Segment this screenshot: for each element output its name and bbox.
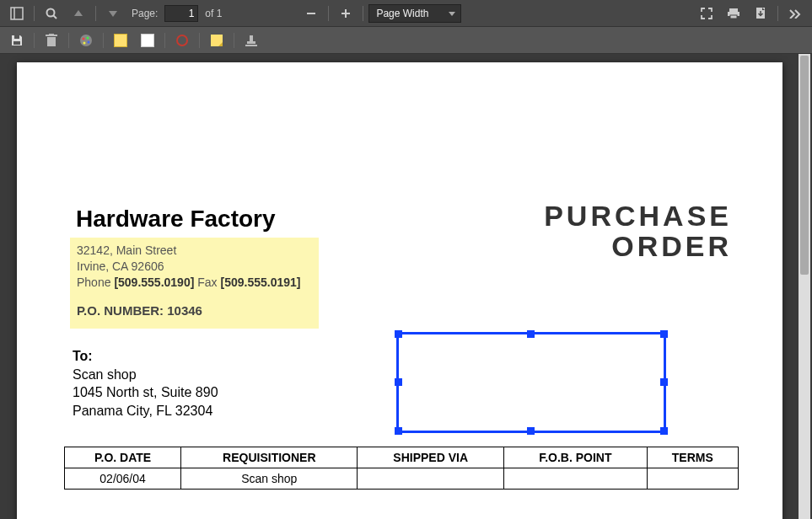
separator (34, 6, 35, 21)
svg-rect-16 (49, 34, 54, 35)
svg-point-17 (80, 35, 92, 46)
th-fob-point: F.O.B. POINT (503, 447, 647, 468)
zoom-select[interactable]: Page Width (368, 4, 461, 23)
zoom-in-icon[interactable] (334, 3, 358, 24)
resize-handle-middle-right[interactable] (660, 378, 668, 386)
svg-rect-4 (307, 13, 315, 14)
separator (103, 33, 104, 48)
svg-point-20 (88, 40, 90, 43)
separator (777, 6, 778, 21)
svg-rect-13 (14, 35, 19, 39)
highlight-white-swatch[interactable] (136, 29, 159, 51)
to-street: 1045 North st, Suite 890 (73, 383, 218, 402)
page-total-label: of 1 (205, 8, 222, 19)
resize-handle-middle-left[interactable] (395, 378, 402, 386)
separator (363, 6, 363, 21)
company-name: Hardware Factory (76, 206, 276, 233)
td-terms (647, 468, 738, 490)
to-label: To: (73, 347, 218, 366)
to-city: Panama City, FL 32304 (73, 402, 218, 420)
table-row: 02/06/04 Scan shop (65, 468, 739, 490)
svg-rect-12 (13, 41, 20, 45)
zoom-select-value: Page Width (376, 8, 428, 19)
document-viewer: Hardware Factory PURCHASE ORDER 32142, M… (0, 54, 812, 519)
svg-line-3 (54, 15, 57, 19)
vertical-scrollbar[interactable] (799, 54, 810, 519)
delete-icon[interactable] (40, 29, 63, 51)
stamp-line-2: ORDER (544, 232, 732, 262)
circle-annotation-icon[interactable] (170, 29, 194, 51)
address-highlight[interactable]: 32142, Main Street Irvine, CA 92606 Phon… (70, 238, 319, 329)
svg-rect-9 (730, 15, 737, 19)
separator (95, 6, 96, 21)
separator (328, 6, 329, 21)
separator (164, 33, 165, 48)
svg-point-19 (87, 36, 89, 39)
highlight-yellow-swatch[interactable] (109, 29, 132, 51)
color-palette-icon[interactable] (74, 29, 98, 51)
resize-handle-bottom-right[interactable] (660, 427, 668, 435)
po-details-table: P.O. DATE REQUISITIONER SHIPPED VIA F.O.… (64, 447, 739, 490)
selection-rectangle[interactable] (396, 332, 666, 433)
th-shipped-via: SHIPPED VIA (358, 447, 504, 468)
address-line-2: Irvine, CA 92606 (77, 259, 312, 275)
resize-handle-bottom-middle[interactable] (527, 427, 535, 435)
search-icon[interactable] (40, 3, 63, 24)
page-down-icon[interactable] (101, 3, 125, 24)
annotation-toolbar (0, 27, 812, 54)
more-tools-icon[interactable] (783, 3, 807, 24)
separator (34, 33, 35, 48)
svg-point-2 (47, 8, 55, 16)
table-header-row: P.O. DATE REQUISITIONER SHIPPED VIA F.O.… (65, 447, 739, 468)
page-label: Page: (132, 8, 158, 19)
page-canvas[interactable]: Hardware Factory PURCHASE ORDER 32142, M… (17, 62, 782, 519)
separator (234, 33, 234, 48)
print-icon[interactable] (722, 3, 745, 24)
page-number-input[interactable] (164, 5, 198, 22)
fullscreen-icon[interactable] (695, 3, 718, 24)
separator (199, 33, 200, 48)
phone-fax-line: Phone [509.555.0190] Fax [509.555.0191] (77, 275, 312, 291)
sticky-note-icon[interactable] (205, 29, 229, 51)
svg-rect-14 (47, 37, 56, 46)
stamp-icon[interactable] (239, 29, 263, 51)
svg-point-21 (83, 41, 86, 44)
resize-handle-top-right[interactable] (660, 330, 668, 338)
td-fob-point (503, 468, 647, 490)
zoom-out-icon[interactable] (299, 3, 323, 24)
svg-rect-0 (11, 8, 23, 19)
td-requisitioner: Scan shop (181, 468, 358, 490)
td-po-date: 02/06/04 (65, 468, 181, 490)
po-number: P.O. NUMBER: 10346 (77, 302, 312, 319)
td-shipped-via (358, 468, 504, 490)
download-icon[interactable] (749, 3, 772, 24)
th-requisitioner: REQUISITIONER (181, 447, 358, 468)
th-po-date: P.O. DATE (65, 447, 181, 468)
stamp-line-1: PURCHASE (544, 201, 732, 232)
svg-rect-25 (247, 41, 255, 44)
main-toolbar: Page: of 1 Page Width (0, 0, 812, 27)
svg-rect-24 (250, 35, 253, 41)
resize-handle-bottom-left[interactable] (395, 427, 402, 435)
address-line-1: 32142, Main Street (77, 243, 312, 259)
resize-handle-top-left[interactable] (395, 330, 402, 338)
th-terms: TERMS (647, 447, 738, 468)
svg-rect-26 (245, 45, 257, 46)
sidebar-toggle-icon[interactable] (5, 3, 29, 24)
svg-rect-6 (345, 9, 347, 18)
svg-rect-15 (46, 35, 57, 36)
shipping-to-block: To: Scan shop 1045 North st, Suite 890 P… (73, 347, 218, 420)
save-icon[interactable] (5, 29, 29, 51)
separator (68, 33, 69, 48)
to-name: Scan shop (73, 366, 218, 384)
purchase-order-stamp: PURCHASE ORDER (544, 201, 732, 261)
svg-rect-7 (729, 8, 738, 12)
page-up-icon[interactable] (67, 3, 90, 24)
scrollbar-thumb[interactable] (800, 56, 809, 275)
svg-point-18 (83, 37, 85, 40)
resize-handle-top-middle[interactable] (527, 330, 535, 338)
